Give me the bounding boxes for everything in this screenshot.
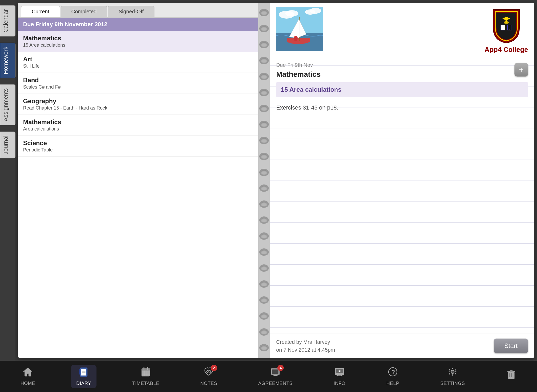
notebook: Current Completed Signed-Off Due Friday … (18, 3, 534, 358)
svg-rect-28 (79, 369, 80, 375)
spiral-ring (259, 153, 269, 160)
right-page: App4 College + Due Fri 9th Nov Mathemati… (270, 3, 534, 358)
notes-label: NOTES (200, 381, 217, 386)
spiral-ring (259, 264, 269, 272)
agreements-label: AGREEMENTS (258, 381, 293, 386)
spiral-ring (259, 312, 269, 320)
main-area: Calendar Homework Assignments Journal Cu… (0, 0, 537, 361)
home-icon (23, 367, 33, 379)
info-label: INFO (334, 381, 345, 386)
settings-label: SETTINGS (440, 381, 465, 386)
spiral-ring (259, 184, 269, 192)
help-label: HELP (386, 381, 399, 386)
spiral-ring (259, 137, 269, 144)
sidebar-item-journal[interactable]: Journal (0, 132, 15, 158)
item-subject: Geography (23, 97, 253, 105)
spiral-ring (259, 344, 269, 351)
tab-signed-off[interactable]: Signed-Off (108, 6, 154, 17)
bottom-tab-home[interactable]: HOME (15, 365, 40, 388)
bottom-tab-diary[interactable]: DIARY (71, 365, 96, 388)
tab-current[interactable]: Current (21, 6, 60, 17)
logo-area: App4 College (485, 7, 528, 54)
item-description: Periodic Table (23, 147, 253, 153)
right-header: App4 College (270, 3, 534, 58)
bottom-tab-delete[interactable] (501, 367, 522, 385)
sidebar-item-assignments[interactable]: Assignments (0, 84, 15, 125)
spiral-ring (259, 89, 269, 96)
spiral-ring (259, 248, 269, 256)
svg-text:?: ? (391, 369, 395, 375)
bottom-tab-notes[interactable]: 2 NOTES (195, 365, 223, 388)
sidebar-item-homework[interactable]: Homework (0, 43, 15, 78)
list-item[interactable]: Band Scales C# and F# (18, 73, 258, 94)
spiral-ring (259, 41, 269, 48)
bottom-tab-settings[interactable]: SETTINGS (435, 365, 470, 388)
homework-list: Due Friday 9th November 2012 Mathematics… (18, 18, 258, 358)
notes-icon: 2 (203, 367, 214, 379)
task-title: 15 Area calculations (276, 82, 528, 97)
spiral-ring (259, 200, 269, 208)
bottom-tab-info[interactable]: i INFO (328, 365, 351, 388)
item-subject: Mathematics (23, 35, 253, 42)
spiral-ring (259, 216, 269, 224)
delete-icon (506, 369, 517, 382)
spiral-ring (259, 105, 269, 112)
tab-completed[interactable]: Completed (61, 6, 108, 17)
spiral-ring (259, 57, 269, 64)
sidebar-tabs: Calendar Homework Assignments Journal (0, 0, 15, 361)
svg-marker-21 (23, 368, 32, 376)
spiral-ring (259, 232, 269, 240)
list-item[interactable]: Art Still Life (18, 52, 258, 73)
diary-icon (78, 367, 89, 379)
notes-badge: 2 (211, 365, 217, 371)
spiral-ring (259, 169, 269, 176)
list-item[interactable]: Mathematics Area calculations (18, 115, 258, 136)
spiral-ring (259, 121, 269, 128)
spiral-ring (259, 9, 269, 16)
spiral-ring (259, 328, 269, 336)
item-subject: Mathematics (23, 118, 253, 126)
bottom-tab-help[interactable]: ? HELP (381, 365, 405, 388)
help-icon: ? (388, 367, 398, 379)
logo-text: App4 College (485, 46, 528, 54)
spiral-ring (259, 296, 269, 304)
svg-rect-44 (338, 375, 341, 376)
svg-rect-12 (294, 39, 297, 41)
svg-rect-41 (273, 375, 278, 376)
item-description: Area calculations (23, 126, 253, 132)
bottom-tab-timetable[interactable]: TIMETABLE (127, 365, 164, 388)
svg-rect-55 (510, 370, 513, 372)
svg-text:i: i (339, 369, 340, 373)
spiral-ring (259, 25, 269, 32)
svg-point-15 (504, 21, 509, 24)
right-content: Due Fri 9th Nov Mathematics 15 Area calc… (270, 58, 534, 334)
svg-point-52 (451, 371, 454, 373)
agreements-icon: 4 (270, 367, 281, 379)
timetable-icon (141, 367, 151, 379)
spiral-binding (258, 3, 270, 358)
svg-point-20 (509, 29, 510, 30)
svg-rect-23 (81, 369, 86, 375)
app-logo (491, 7, 522, 43)
svg-rect-39 (272, 369, 278, 374)
svg-rect-17 (501, 25, 505, 30)
add-button[interactable]: + (514, 63, 528, 77)
sidebar-item-calendar[interactable]: Calendar (0, 5, 15, 36)
list-item[interactable]: Geography Read Chapter 15 - Earth - Hard… (18, 94, 258, 115)
home-label: HOME (20, 381, 35, 386)
list-item[interactable]: Mathematics 15 Area calculations (18, 31, 258, 52)
item-description: Still Life (23, 63, 253, 69)
bottom-tab-agreements[interactable]: 4 AGREEMENTS (253, 365, 298, 388)
task-detail: Exercises 31-45 on p18. (276, 102, 528, 114)
start-button[interactable]: Start (494, 339, 528, 353)
list-item[interactable]: Science Periodic Table (18, 136, 258, 157)
bottom-tab-bar: HOME DIARY (0, 361, 537, 392)
agreements-badge: 4 (277, 365, 284, 371)
diary-label: DIARY (76, 381, 91, 386)
info-icon: i (334, 367, 345, 379)
item-description: Scales C# and F# (23, 84, 253, 90)
creator-info: Created by Mrs Harvey on 7 Nov 2012 at 4… (276, 338, 335, 354)
creator-date: on 7 Nov 2012 at 4:45pm (276, 346, 335, 354)
due-date: Due Fri 9th Nov (276, 62, 528, 68)
header-image (276, 7, 323, 51)
